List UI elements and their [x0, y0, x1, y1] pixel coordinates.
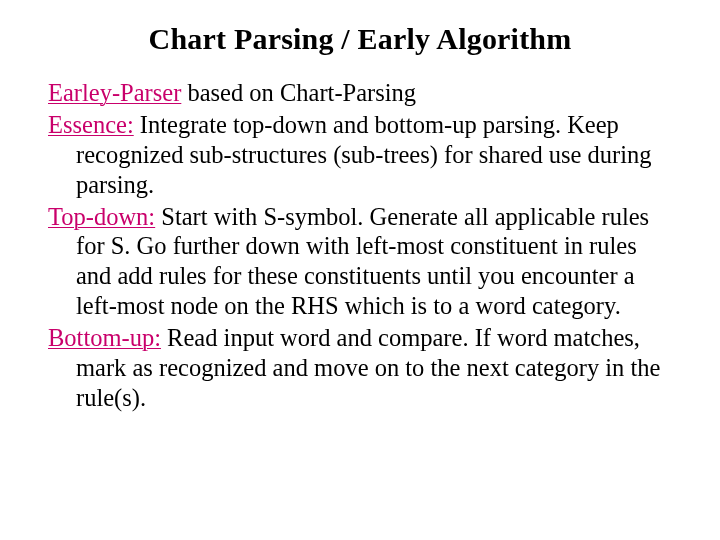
topdown-text: Start with S-symbol. Generate all applic…	[76, 203, 649, 320]
slide: Chart Parsing / Early Algorithm Earley-P…	[0, 0, 720, 540]
essence-label: Essence:	[48, 111, 134, 138]
topdown-label: Top-down:	[48, 203, 155, 230]
intro-label: Earley-Parser	[48, 79, 181, 106]
slide-title: Chart Parsing / Early Algorithm	[48, 22, 672, 56]
essence-block: Essence: Integrate top-down and bottom-u…	[48, 110, 672, 200]
bottomup-text: Read input word and compare. If word mat…	[76, 324, 660, 411]
essence-text: Integrate top-down and bottom-up parsing…	[76, 111, 652, 198]
slide-body: Earley-Parser based on Chart-Parsing Ess…	[48, 78, 672, 413]
bottomup-block: Bottom-up: Read input word and compare. …	[48, 323, 672, 413]
topdown-block: Top-down: Start with S-symbol. Generate …	[48, 202, 672, 322]
bottomup-label: Bottom-up:	[48, 324, 161, 351]
intro-line: Earley-Parser based on Chart-Parsing	[48, 78, 672, 108]
intro-text: based on Chart-Parsing	[181, 79, 416, 106]
